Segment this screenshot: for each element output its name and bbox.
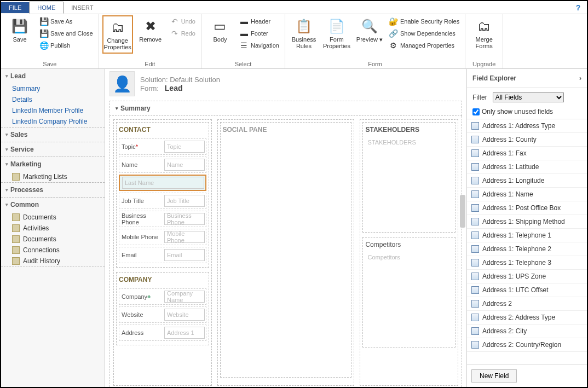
nav-linkedin-company[interactable]: LinkedIn Company Profile — [1, 116, 105, 127]
field-item[interactable]: Address 2: Address Type — [467, 311, 587, 325]
scrollbar-thumb[interactable] — [460, 195, 465, 228]
save-button[interactable]: 💾 Save — [4, 15, 35, 45]
field-item[interactable]: Address 1: UTC Offset — [467, 283, 587, 297]
social-pane-section[interactable]: SOCIAL PANE — [220, 122, 352, 378]
field-item[interactable]: Address 1: Post Office Box — [467, 201, 587, 215]
only-unused-checkbox[interactable] — [472, 108, 480, 115]
field-item[interactable]: Address 1: Address Type — [467, 119, 587, 133]
nav-connections[interactable]: Connections — [1, 245, 105, 256]
field-item[interactable]: Address 1: Latitude — [467, 160, 587, 174]
field-item[interactable]: Address 1: UPS Zone — [467, 270, 587, 283]
field-item[interactable]: Address 1: County — [467, 133, 587, 147]
address-input[interactable]: Address 1 — [164, 327, 205, 339]
chevron-right-icon[interactable]: › — [579, 74, 581, 82]
nav-audit-history[interactable]: Audit History — [1, 256, 105, 267]
body-button[interactable]: ▭ Body — [205, 15, 235, 45]
remove-button[interactable]: ✖ Remove — [135, 15, 166, 45]
summary-tab-header[interactable]: Summary — [109, 101, 462, 116]
save-label: Save — [13, 36, 26, 43]
managed-props-button[interactable]: ⚙Managed Properties — [387, 39, 462, 51]
topic-input[interactable]: Topic — [164, 141, 205, 153]
preview-button[interactable]: 🔍Preview ▾ — [354, 15, 385, 45]
tab-insert[interactable]: INSERT — [64, 2, 101, 13]
nav-documents[interactable]: Documents — [1, 212, 105, 223]
website-input[interactable]: Website — [164, 309, 205, 321]
footer-button[interactable]: ▬Footer — [238, 27, 281, 39]
redo-button[interactable]: ↷Redo — [168, 27, 198, 39]
field-topic[interactable]: Topic*Topic — [119, 138, 206, 155]
field-item[interactable]: Address 1: Telephone 3 — [467, 256, 587, 270]
filter-select[interactable]: All Fields — [493, 92, 564, 102]
only-unused-label: Only show unused fields — [482, 108, 553, 115]
tab-file[interactable]: FILE — [1, 2, 29, 13]
field-name[interactable]: NameName — [119, 157, 206, 173]
lastname-input[interactable]: Last Name — [122, 177, 204, 189]
bphone-input[interactable]: Business Phone — [164, 213, 205, 225]
field-address[interactable]: AddressAddress 1 — [119, 325, 206, 341]
email-input[interactable]: Email — [164, 249, 205, 261]
nav-lead-header[interactable]: Lead — [1, 69, 105, 83]
nav-sales-header[interactable]: Sales — [1, 128, 105, 142]
preview-label: Preview ▾ — [356, 36, 383, 43]
field-company[interactable]: Company+Company Name — [119, 288, 206, 305]
name-input[interactable]: Name — [164, 159, 205, 171]
jobtitle-input[interactable]: Job Title — [164, 195, 205, 207]
solution-label: Solution: Default Solution — [140, 76, 220, 84]
body-icon: ▭ — [211, 18, 229, 35]
form-properties-button[interactable]: 📄Form Properties — [321, 15, 352, 51]
field-item[interactable]: Address 2: City — [467, 325, 587, 338]
field-icon — [471, 341, 479, 349]
field-item[interactable]: Address 1: Telephone 2 — [467, 242, 587, 256]
security-roles-button[interactable]: 🔐Enable Security Roles — [387, 15, 462, 27]
help-icon[interactable]: ? — [574, 3, 583, 12]
nav-marketing-lists[interactable]: Marketing Lists — [1, 171, 105, 182]
field-lastname[interactable]: Last Name — [119, 175, 206, 191]
company-section[interactable]: COMPANY Company+Company Name WebsiteWebs… — [116, 272, 209, 345]
field-bphone[interactable]: Business PhoneBusiness Phone — [119, 211, 206, 227]
field-mphone[interactable]: Mobile PhoneMobile Phone — [119, 229, 206, 245]
contact-title: CONTACT — [119, 125, 206, 137]
save-as-button[interactable]: 💾Save As — [37, 15, 95, 27]
nav-activities[interactable]: Activities — [1, 223, 105, 234]
merge-forms-button[interactable]: 🗂Merge Forms — [469, 15, 499, 51]
nav-details[interactable]: Details — [1, 94, 105, 105]
field-item[interactable]: Address 1: Telephone 1 — [467, 229, 587, 242]
save-close-button[interactable]: 💾Save and Close — [37, 27, 95, 39]
nav-documents-2[interactable]: Documents — [1, 234, 105, 245]
field-website[interactable]: WebsiteWebsite — [119, 306, 206, 323]
field-item[interactable]: Address 1: Longitude — [467, 174, 587, 188]
field-email[interactable]: EmailEmail — [119, 247, 206, 263]
nav-common-header[interactable]: Common — [1, 198, 105, 212]
field-item-label: Address 1: Telephone 3 — [482, 259, 551, 267]
field-item[interactable]: Address 1: Fax — [467, 147, 587, 160]
nav-service-header[interactable]: Service — [1, 142, 105, 157]
navigation-button[interactable]: ☰Navigation — [238, 39, 281, 51]
contact-section[interactable]: CONTACT Topic*Topic NameName Last Name J… — [116, 122, 209, 268]
filter-label: Filter — [472, 94, 487, 101]
field-item[interactable]: Address 2: Country/Region — [467, 338, 587, 352]
field-item[interactable]: Address 2 — [467, 297, 587, 311]
undo-button[interactable]: ↶Undo — [168, 15, 198, 27]
nav-summary[interactable]: Summary — [1, 83, 105, 94]
doc-icon — [12, 235, 20, 243]
company-input[interactable]: Company Name — [164, 291, 205, 303]
field-jobtitle[interactable]: Job TitleJob Title — [119, 193, 206, 209]
header-button[interactable]: ▬Header — [238, 15, 281, 27]
change-properties-button[interactable]: 🗂 Change Properties — [102, 15, 133, 54]
saveas-icon: 💾 — [39, 17, 48, 26]
stakeholders-section[interactable]: STAKEHOLDERS STAKEHOLDERS — [362, 122, 456, 233]
competitors-section[interactable]: Competitors Competitors — [362, 237, 456, 348]
tab-home[interactable]: HOME — [29, 2, 64, 14]
publish-button[interactable]: 🌐Publish — [37, 39, 95, 51]
business-rules-button[interactable]: 📋Business Rules — [289, 15, 319, 51]
mphone-input[interactable]: Mobile Phone — [164, 231, 205, 243]
preview-icon: 🔍 — [361, 18, 378, 35]
nav-marketing-header[interactable]: Marketing — [1, 157, 105, 171]
show-deps-button[interactable]: 🔗Show Dependencies — [387, 27, 462, 39]
undo-label: Undo — [181, 18, 195, 25]
new-field-button[interactable]: New Field — [471, 369, 517, 383]
nav-linkedin-member[interactable]: LinkedIn Member Profile — [1, 105, 105, 116]
nav-processes-header[interactable]: Processes — [1, 183, 105, 197]
field-item[interactable]: Address 1: Name — [467, 188, 587, 201]
field-item[interactable]: Address 1: Shipping Method — [467, 215, 587, 229]
